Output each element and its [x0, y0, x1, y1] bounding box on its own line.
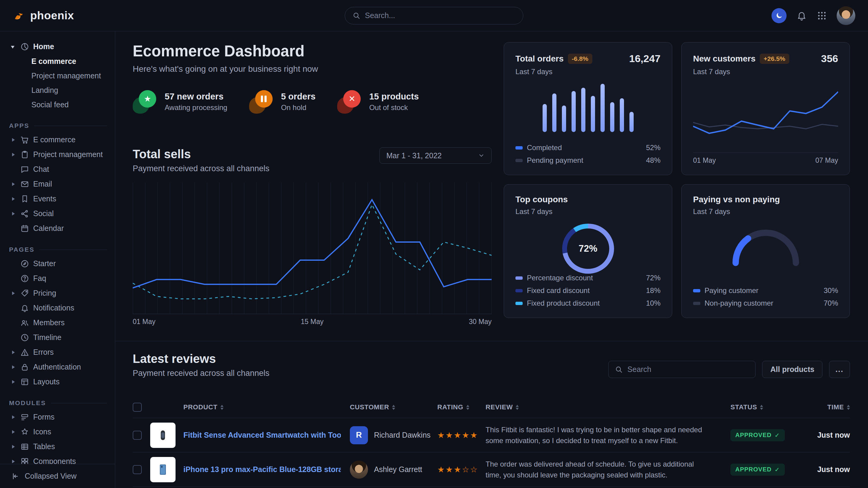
coupons-donut-chart: 72%	[562, 224, 614, 274]
page-subtitle: Here's what's going on at your business …	[133, 64, 492, 74]
sidebar-item-email[interactable]: Email	[8, 176, 108, 191]
sidebar-item-ecommerce[interactable]: E commerce	[8, 132, 108, 147]
chevron-right-icon	[10, 196, 16, 202]
column-header-rating[interactable]: RATING	[437, 403, 486, 411]
status-badge: APPROVED✓	[731, 464, 785, 476]
search-icon	[615, 366, 623, 373]
sidebar-item-faq[interactable]: Faq	[8, 271, 108, 286]
check-icon: ✓	[775, 466, 780, 473]
collapse-sidebar-toggle[interactable]: Collapsed View	[0, 464, 115, 488]
moon-icon	[775, 11, 783, 20]
sidebar-item-components[interactable]: Components	[8, 454, 108, 464]
notifications-button[interactable]	[796, 10, 807, 21]
phoenix-logo-icon	[13, 9, 26, 22]
pause-icon	[249, 90, 273, 113]
sidebar-item-errors[interactable]: Errors	[8, 345, 108, 360]
sidebar-item-icons[interactable]: Icons	[8, 424, 108, 439]
sidebar-item-forms[interactable]: Forms	[8, 410, 108, 424]
sidebar-item-events[interactable]: Events	[8, 191, 108, 206]
sidebar-item-home[interactable]: Home	[8, 39, 108, 54]
product-image-iphone	[150, 457, 176, 482]
chevron-right-icon	[10, 364, 16, 370]
sidebar-item-tables[interactable]: Tables	[8, 439, 108, 454]
reviews-search[interactable]	[608, 361, 755, 378]
sidebar-section-apps: APPS	[9, 122, 107, 129]
row-checkbox[interactable]	[133, 465, 142, 474]
sidebar-item-social[interactable]: Social	[8, 206, 108, 221]
chevron-right-icon	[10, 444, 16, 450]
select-all-checkbox[interactable]	[133, 403, 142, 412]
sidebar-section-modules: MODULES	[9, 399, 107, 406]
clock-icon	[20, 333, 30, 342]
global-search-input[interactable]	[345, 7, 523, 24]
rating-stars: ★★★★★	[437, 430, 486, 440]
sidebar-item-timeline[interactable]: Timeline	[8, 330, 108, 345]
product-link[interactable]: Fitbit Sense Advanced Smartwatch with To…	[183, 431, 341, 440]
chevron-right-icon	[10, 181, 16, 187]
pie-chart-icon	[20, 42, 30, 51]
x-axis-labels: 01 May 15 May 30 May	[133, 318, 492, 326]
sidebar-item-authentication[interactable]: Authentication	[8, 360, 108, 375]
column-header-time[interactable]: TIME	[797, 403, 850, 411]
chevron-right-icon	[10, 349, 16, 355]
sidebar-item-chat[interactable]: Chat	[8, 162, 108, 176]
sidebar-item-notifications[interactable]: Notifications	[8, 300, 108, 315]
column-header-customer[interactable]: CUSTOMER	[350, 403, 437, 411]
latest-reviews-section: Latest reviews Payment received across a…	[115, 341, 868, 488]
chevron-down-icon	[10, 44, 16, 50]
sidebar-item-layouts[interactable]: Layouts	[8, 375, 108, 389]
product-link[interactable]: iPhone 13 pro max-Pacific Blue-128GB sto…	[183, 465, 341, 474]
column-header-status[interactable]: STATUS	[731, 403, 797, 411]
sidebar: Home E commerce Project management Landi…	[0, 31, 115, 488]
sidebar-item-ecommerce-dashboard[interactable]: E commerce	[8, 54, 108, 68]
sidebar-item-landing[interactable]: Landing	[8, 83, 108, 97]
paying-gauge-chart	[729, 226, 803, 266]
envelope-icon	[20, 180, 30, 189]
total-sells-chart	[133, 182, 492, 314]
total-orders-value: 16,247	[629, 53, 660, 65]
user-avatar[interactable]	[837, 6, 855, 25]
sidebar-item-pricing[interactable]: Pricing	[8, 286, 108, 300]
theme-toggle-button[interactable]	[772, 8, 786, 23]
reviews-title: Latest reviews	[133, 352, 269, 366]
table-row-partial	[133, 487, 850, 488]
sidebar-item-social-feed[interactable]: Social feed	[8, 97, 108, 112]
row-checkbox[interactable]	[133, 431, 142, 440]
all-products-filter-button[interactable]: All products	[762, 361, 823, 378]
chevron-right-icon	[10, 458, 16, 464]
sidebar-item-project-management[interactable]: Project management	[8, 147, 108, 162]
sidebar-item-project-management-dashboard[interactable]: Project management	[8, 68, 108, 83]
cart-icon	[20, 135, 30, 144]
review-text: This Fitbit is fantastic! I was trying t…	[486, 424, 731, 446]
legend-item: Paying customer30%	[693, 286, 838, 295]
column-header-review[interactable]: REVIEW	[486, 403, 731, 411]
sidebar-section-pages: PAGES	[9, 246, 107, 253]
card-total-orders: Total orders -6.8% 16,247 Last 7 days Co…	[504, 42, 672, 175]
table-row: Fitbit Sense Advanced Smartwatch with To…	[133, 418, 850, 452]
new-customers-value: 356	[821, 53, 838, 65]
chevron-right-icon	[10, 152, 16, 158]
alert-triangle-icon	[20, 348, 30, 357]
more-actions-button[interactable]: ...	[829, 361, 850, 378]
x-icon: ✕	[337, 90, 361, 113]
date-range-select[interactable]: Mar 1 - 31, 2022	[379, 148, 492, 164]
customer-avatar: R	[350, 426, 368, 444]
star-icon: ★	[133, 90, 157, 113]
table-row: iPhone 13 pro max-Pacific Blue-128GB sto…	[133, 452, 850, 487]
sidebar-item-members[interactable]: Members	[8, 315, 108, 330]
stat-out-of-stock: ✕ 15 productsOut of stock	[337, 90, 418, 113]
app-launcher-button[interactable]	[817, 10, 827, 21]
column-header-product[interactable]: PRODUCT	[150, 403, 350, 411]
sidebar-item-starter[interactable]: Starter	[8, 256, 108, 271]
collapse-icon	[11, 472, 20, 481]
global-search[interactable]	[345, 7, 523, 24]
legend-item: Completed52%	[516, 143, 660, 152]
reviews-search-input[interactable]	[608, 361, 755, 378]
brand-logo[interactable]: phoenix	[13, 9, 74, 22]
quick-stats: ★ 57 new ordersAwating processing 5 orde…	[133, 90, 492, 113]
legend-item: Percentage discount72%	[516, 274, 660, 282]
legend-item: Non-paying customer70%	[693, 299, 838, 307]
kpi-cards: Total orders -6.8% 16,247 Last 7 days Co…	[504, 42, 850, 326]
compass-icon	[20, 259, 30, 268]
sidebar-item-calendar[interactable]: Calendar	[8, 221, 108, 236]
